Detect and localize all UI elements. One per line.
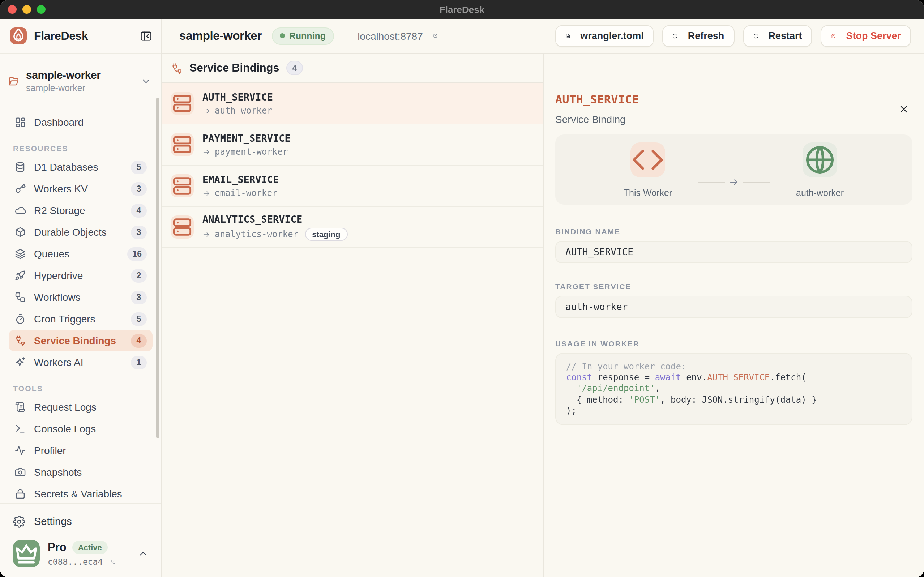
count-badge: 16 [127, 247, 147, 261]
sidebar-item-d1-databases[interactable]: D1 Databases5 [9, 156, 153, 178]
sidebar-item-label: D1 Databases [34, 161, 98, 173]
sidebar-item-snapshots[interactable]: Snapshots [9, 461, 153, 483]
binding-row-payment_service[interactable]: PAYMENT_SERVICEpayment-worker [162, 124, 543, 166]
copy-icon[interactable] [107, 557, 116, 566]
stop-server-button[interactable]: Stop Server [821, 25, 911, 47]
binding-name: ANALYTICS_SERVICE [203, 213, 348, 225]
sidebar-header: FlareDesk [0, 19, 161, 53]
titlebar: FlareDesk [0, 0, 924, 19]
local-server-link[interactable]: localhost:8787 [357, 30, 438, 42]
wrangler-toml-button[interactable]: wrangler.toml [555, 25, 654, 47]
sidebar-footer: Settings Pro Active c088...eca4 [0, 503, 161, 577]
sidebar-item-workers-ai[interactable]: Workers AI1 [9, 351, 153, 373]
server-icon [171, 216, 194, 239]
source-node: This Worker [604, 142, 691, 205]
binding-row-analytics_service[interactable]: ANALYTICS_SERVICEanalytics-workerstaging [162, 207, 543, 248]
server-icon [171, 92, 194, 115]
count-badge: 3 [131, 182, 147, 196]
rocket-icon [14, 270, 26, 281]
binding-diagram: This Worker auth-worker [555, 134, 913, 205]
sidebar-item-profiler[interactable]: Profiler [9, 440, 153, 461]
crown-icon [13, 540, 40, 567]
sidebar-item-label: Workers AI [34, 356, 83, 368]
sidebar-item-dashboard[interactable]: Dashboard [9, 111, 153, 133]
sidebar-item-console-logs[interactable]: Console Logs [9, 418, 153, 440]
sidebar-item-workflows[interactable]: Workflows3 [9, 286, 153, 308]
binding-row-email_service[interactable]: EMAIL_SERVICEemail-worker [162, 166, 543, 207]
timer-icon [14, 313, 26, 325]
gear-icon [13, 515, 25, 527]
sidebar-scrollbar[interactable] [156, 98, 159, 438]
plan-name: Pro [48, 540, 66, 553]
chevron-up-icon[interactable] [138, 548, 148, 559]
plug-icon [14, 335, 26, 347]
binding-target: auth-worker [215, 106, 272, 116]
pulse-icon [14, 445, 26, 456]
sidebar-item-label: Dashboard [34, 116, 84, 128]
layers-icon [14, 248, 26, 259]
binding-detail-panel: AUTH_SERVICE Service Binding This Worker [544, 53, 924, 577]
sidebar-item-request-logs[interactable]: Request Logs [9, 396, 153, 418]
arrow-right-icon [729, 177, 739, 187]
sidebar-item-r2-storage[interactable]: R2 Storage4 [9, 200, 153, 221]
status-dot [280, 33, 285, 38]
count-badge: 3 [131, 225, 147, 239]
arrow-right-icon [203, 189, 210, 197]
button-label: wrangler.toml [580, 31, 644, 41]
collapse-sidebar-icon[interactable] [140, 29, 153, 42]
header-buttons: wrangler.tomlRefreshRestartStop Server [555, 25, 911, 47]
binding-row-auth_service[interactable]: AUTH_SERVICEauth-worker [162, 83, 543, 124]
source-node-label: This Worker [624, 188, 672, 198]
refresh-button[interactable]: Refresh [663, 25, 734, 47]
sidebar-item-workers-kv[interactable]: Workers KV3 [9, 178, 153, 200]
sidebar-item-label: Secrets & Variables [34, 488, 122, 500]
count-badge: 4 [131, 203, 147, 217]
field-target-service: TARGET SERVICEauth-worker [555, 282, 913, 318]
server-url: localhost:8787 [357, 30, 423, 42]
cloud-icon [14, 205, 26, 216]
arrow-right-icon [203, 106, 210, 114]
header-divider [345, 29, 346, 43]
file-icon [565, 31, 575, 41]
sidebar: FlareDesk sample-worker sample-worker Da… [0, 19, 162, 577]
refresh-icon [673, 31, 683, 41]
plan-id: c088...eca4 [48, 556, 103, 567]
sidebar-item-durable-objects[interactable]: Durable Objects3 [9, 221, 153, 243]
refresh-icon [753, 31, 763, 41]
plan-status-badge: Active [72, 540, 108, 553]
sidebar-item-label: R2 Storage [34, 205, 85, 216]
field-value: AUTH_SERVICE [555, 241, 913, 263]
chevron-down-icon[interactable] [141, 76, 151, 86]
button-label: Restart [768, 31, 802, 41]
sidebar-item-service-bindings[interactable]: Service Bindings4 [9, 330, 153, 351]
sidebar-item-queues[interactable]: Queues16 [9, 243, 153, 264]
key-icon [14, 183, 26, 195]
binding-target: email-worker [215, 188, 277, 198]
sidebar-item-secrets-variables[interactable]: Secrets & Variables [9, 483, 153, 503]
worker-title: sample-worker [179, 29, 262, 43]
sparkles-icon [14, 356, 26, 368]
lock-icon [14, 488, 26, 500]
restart-button[interactable]: Restart [743, 25, 812, 47]
binding-connector [691, 160, 776, 205]
sidebar-item-cron-triggers[interactable]: Cron Triggers5 [9, 308, 153, 330]
terminal-icon [14, 423, 26, 435]
binding-target: analytics-worker [215, 229, 298, 239]
dashboard-icon [14, 116, 26, 128]
arrow-right-icon [203, 148, 210, 156]
plan-card[interactable]: Pro Active c088...eca4 [10, 540, 151, 567]
project-selector[interactable]: sample-worker sample-worker [0, 53, 161, 108]
app-window: FlareDesk FlareDesk sample-worker sample… [0, 0, 924, 577]
server-icon [171, 174, 194, 197]
binding-target: payment-worker [215, 147, 288, 157]
arrow-right-icon [203, 230, 210, 238]
button-label: Stop Server [846, 31, 901, 41]
sidebar-item-settings[interactable]: Settings [10, 509, 151, 533]
box-icon [14, 226, 26, 238]
globe-icon [803, 142, 837, 177]
code-content: // In your worker code:const response = … [566, 361, 901, 416]
folder-icon [7, 75, 19, 87]
close-icon[interactable] [898, 103, 910, 115]
sidebar-item-hyperdrive[interactable]: Hyperdrive2 [9, 264, 153, 286]
main-area: sample-worker Running localhost:8787 wra… [162, 19, 924, 577]
